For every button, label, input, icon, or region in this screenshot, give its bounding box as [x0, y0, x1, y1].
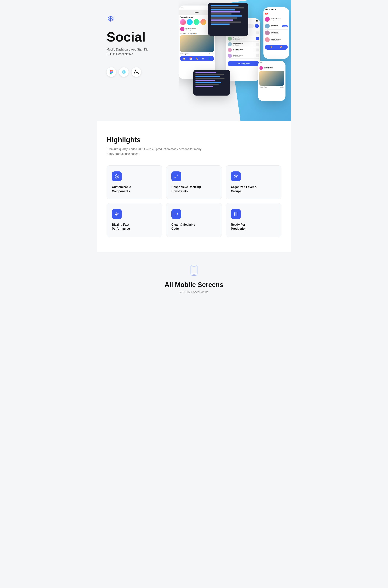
responsive-label: Responsive ResizingConstraints	[171, 185, 217, 193]
gear-icon	[115, 174, 119, 179]
highlights-description: Premium quality, coded UI Kit with 26 pr…	[107, 147, 202, 156]
notif-header: Notifications 8	[264, 7, 289, 16]
responsive-icon-wrap	[171, 172, 181, 181]
highlight-card-blazing: Blazing FastPerformance	[107, 203, 162, 237]
highlights-grid: CustomizableComponents Responsive Resizi…	[107, 165, 281, 237]
mobile-icon	[234, 212, 238, 216]
screens-section: All Mobile Screens 28 Fully Coded Views	[97, 252, 291, 303]
screens-subtitle: 28 Fully Coded Views	[107, 291, 281, 294]
svg-rect-4	[110, 73, 112, 74]
svg-line-11	[177, 175, 178, 176]
customizable-label: CustomizableComponents	[112, 185, 157, 193]
start-chat-btn[interactable]: Start Groupy Chat	[228, 61, 259, 66]
highlights-title: Highlights	[107, 136, 281, 144]
svg-point-19	[194, 274, 194, 275]
highlight-card-responsive: Responsive ResizingConstraints	[166, 165, 222, 199]
phones-container: 9:41 ▌▌▌ ◈ HOME Featured Stories	[179, 0, 291, 121]
phone-code-2-mockup	[193, 70, 230, 96]
tech-icons-row	[107, 67, 171, 77]
svg-point-7	[123, 72, 124, 73]
highlight-card-production: Ready ForProduction	[226, 203, 281, 237]
highlights-section: Highlights Premium quality, coded UI Kit…	[97, 121, 291, 252]
customizable-icon-wrap	[112, 172, 122, 181]
svg-line-12	[175, 177, 176, 178]
highlight-card-customizable: CustomizableComponents	[107, 165, 162, 199]
hero-title: Social	[107, 30, 171, 44]
highlight-card-organized: Organized Layer &Groups	[226, 165, 281, 199]
production-icon-wrap	[231, 209, 241, 219]
resize-icon	[174, 174, 179, 179]
screens-icon	[107, 265, 281, 277]
lightning-icon	[115, 212, 119, 216]
layers-icon	[234, 174, 238, 179]
svg-point-6	[112, 72, 113, 73]
app-logo	[107, 15, 115, 23]
organized-label: Organized Layer &Groups	[231, 185, 276, 193]
blazing-icon-wrap	[112, 209, 122, 219]
phone-code-mockup	[208, 3, 248, 36]
svg-marker-14	[115, 212, 119, 216]
acme-icon	[132, 67, 141, 77]
svg-marker-13	[234, 174, 238, 177]
hero-section: Social Mobile Dashboard App Start Kit Bu…	[97, 0, 291, 121]
clean-icon-wrap	[171, 209, 181, 219]
small-status-bar: 9:41	[258, 61, 286, 65]
svg-rect-3	[110, 72, 112, 73]
react-icon	[119, 67, 129, 77]
hero-right-panel: 9:41 ▌▌▌ ◈ HOME Featured Stories	[179, 0, 291, 121]
blazing-label: Blazing FastPerformance	[112, 223, 157, 231]
figma-icon	[107, 67, 116, 77]
hero-subtitle: Mobile Dashboard App Start Kit Built in …	[107, 48, 171, 56]
hero-left-panel: Social Mobile Dashboard App Start Kit Bu…	[97, 0, 179, 121]
clean-label: Clean & ScalableCode	[171, 223, 217, 231]
phone-notif-mockup: Notifications 8 Gunther Ackrow Rate your…	[264, 7, 289, 59]
small-content: Dustin Houston Share a driving tour 🤍 32…	[258, 65, 286, 89]
screens-title: All Mobile Screens	[107, 281, 281, 289]
code-icon	[174, 212, 179, 216]
svg-rect-5	[112, 70, 113, 72]
production-label: Ready ForProduction	[231, 223, 276, 231]
phone-small-mockup: 9:41 Dustin Houston Share a driving tour…	[258, 61, 286, 101]
notif-list: Gunther Ackrow Rate your photo Marcot Mi…	[264, 16, 289, 43]
svg-point-1	[110, 18, 111, 20]
svg-rect-2	[110, 70, 112, 72]
highlight-card-clean: Clean & ScalableCode	[166, 203, 222, 237]
organized-icon-wrap	[231, 172, 241, 181]
